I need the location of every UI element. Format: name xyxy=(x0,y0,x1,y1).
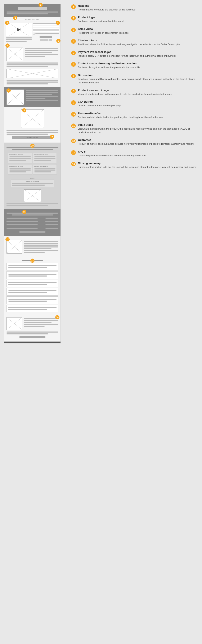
annotation-title-7: Bio section xyxy=(78,74,198,77)
annotation-title-11: Value Stack xyxy=(78,123,198,126)
annotation-desc-12: Product or money-back guarantee detailed… xyxy=(78,142,194,146)
wf-feature-3: MODULE TOPIC HEADLINE xyxy=(8,164,32,174)
annotation-title-3: Sales video xyxy=(78,28,128,30)
badge-11: 11 xyxy=(22,210,26,214)
annotation-badge-13: 13 xyxy=(71,150,76,155)
annotation-badge-12: 12 xyxy=(71,138,76,143)
wf-problem-img-2 xyxy=(7,69,58,78)
annotation-badge-10: 10 xyxy=(71,112,76,117)
badge-12: 12 xyxy=(6,237,10,242)
wf-feature-bonus: MODULE TOPIC HEADLINE xyxy=(11,179,54,188)
annotation-desc-4: Positioned above the fold for impact and… xyxy=(78,43,181,46)
annotation-text-12: Guarantee Product or money-back guarante… xyxy=(78,138,194,146)
badge-3: 3 xyxy=(5,21,9,25)
annotation-desc-2: For brand awareness throughout the funne… xyxy=(78,20,124,23)
annotation-title-10: Features/Benefits xyxy=(78,112,163,115)
annotation-badge-7: 7 xyxy=(71,74,76,78)
annotation-badge-2: 2 xyxy=(71,16,76,20)
wf-feature-img xyxy=(24,189,41,202)
annotation-desc-6: Sections of copy that address the proble… xyxy=(78,66,140,69)
badge-8: 8 xyxy=(22,108,26,112)
annotation-text-10: Features/Benefits Section to detail what… xyxy=(78,112,163,119)
annotation-item-9: 9 CTA Button Links to checkout form at t… xyxy=(71,100,198,108)
annotation-badge-11: 11 xyxy=(71,124,76,128)
annotation-desc-9: Links to checkout form at the top of pag… xyxy=(78,104,121,108)
annotation-text-3: Sales video Presenting key pieces of con… xyxy=(78,28,128,35)
wf-form-field-3 xyxy=(33,28,59,30)
annotation-desc-1: Premium area to capture the attention of… xyxy=(78,8,135,12)
wf-cta-btn-2: COMPLETE PURCHASE xyxy=(12,136,53,139)
annotation-item-3: 3 Sales video Presenting key pieces of c… xyxy=(71,28,198,35)
annotation-item-8: 8 Product mock-up image Visual of what's… xyxy=(71,89,198,96)
annotation-item-10: 10 Features/Benefits Section to detail w… xyxy=(71,112,198,119)
wf-faq-3 xyxy=(7,280,58,287)
annotation-badge-5: 5 xyxy=(71,50,76,55)
annotation-item-13: 13 FAQ's Common questions asked shown he… xyxy=(71,150,198,158)
annotation-title-13: FAQ's xyxy=(78,150,146,153)
annotation-item-11: 11 Value Stack List what's included with… xyxy=(71,123,198,134)
wf-payment-logo-2 xyxy=(44,39,48,41)
annotation-item-12: 12 Guarantee Product or money-back guara… xyxy=(71,138,198,146)
annotation-badge-9: 9 xyxy=(71,100,76,105)
annotation-desc-14: Purpose of this section is to get the us… xyxy=(78,165,196,169)
wf-cta-btn-1 xyxy=(40,36,53,38)
annotation-title-1: Headline xyxy=(78,4,135,7)
annotation-text-14: Closing summary Purpose of this section … xyxy=(78,162,196,169)
wf-payment-logo-1 xyxy=(40,39,44,41)
wf-final-cta-btn xyxy=(20,336,45,338)
annotation-desc-3: Presenting key pieces of content from th… xyxy=(78,31,128,35)
annotation-badge-8: 8 xyxy=(71,89,76,94)
annotation-title-2: Product logo xyxy=(78,16,124,19)
wf-faq-1 xyxy=(7,263,58,270)
annotation-item-14: 14 Closing summary Purpose of this secti… xyxy=(71,162,198,169)
annotation-text-1: Headline Premium area to capture the att… xyxy=(78,4,135,12)
annotation-text-5: Payment Processor logos Included below C… xyxy=(78,50,175,58)
wf-cta-btn-3 xyxy=(20,231,45,233)
wf-headline xyxy=(18,7,47,10)
wf-problem-img xyxy=(7,47,23,61)
annotation-item-5: 5 Payment Processor logos Included below… xyxy=(71,50,198,58)
annotation-text-7: Bio section Introduce Byron and Bianca w… xyxy=(78,74,198,85)
annotation-badge-6: 6 xyxy=(71,62,76,67)
wf-form-field-4 xyxy=(33,30,59,32)
annotation-text-11: Value Stack List what's included within … xyxy=(78,123,198,134)
wf-faq-5 xyxy=(7,296,58,304)
badge-10: 10 xyxy=(30,144,35,148)
wf-faq-6 xyxy=(7,305,58,312)
annotation-title-12: Guarantee xyxy=(78,138,194,142)
annotation-badge-4: 4 xyxy=(71,39,76,44)
badge-9: 9 xyxy=(50,134,54,139)
annotation-desc-11: List what's included within the product,… xyxy=(78,127,198,134)
annotation-text-8: Product mock-up image Visual of what's i… xyxy=(78,89,172,96)
annotation-text-6: Content area addressing the Problem sect… xyxy=(78,62,140,69)
badge-13: 13 xyxy=(30,258,35,263)
annotation-badge-14: 14 xyxy=(71,162,76,166)
wf-video xyxy=(6,23,32,36)
annotation-title-4: Checkout form xyxy=(78,39,181,42)
badge-1: 1 xyxy=(39,3,43,7)
annotation-badge-1: 1 xyxy=(71,4,76,9)
annotation-title-9: CTA Button xyxy=(78,100,121,103)
wf-feature-2: MODULE TOPIC HEADLINE xyxy=(33,153,57,163)
annotation-desc-10: Section to detail what's inside the prod… xyxy=(78,116,163,119)
wireframe-page: 1 2 PRODUCT LOGO 3 xyxy=(4,4,61,344)
wf-form-field-1 xyxy=(33,24,59,25)
wf-closing-img xyxy=(7,317,22,330)
annotations-panel: 1 Headline Premium area to capture the a… xyxy=(65,0,202,644)
annotation-title-14: Closing summary xyxy=(78,162,196,165)
badge-14: 14 xyxy=(55,315,60,320)
annotation-item-4: 4 Checkout form Positioned above the fol… xyxy=(71,39,198,46)
annotation-desc-7: Introduce Byron and Bianca with photo. C… xyxy=(78,77,198,85)
annotation-desc-5: Included below CTA button on checkout fo… xyxy=(78,54,175,58)
badge-7: 7 xyxy=(7,88,11,92)
annotation-text-4: Checkout form Positioned above the fold … xyxy=(78,39,181,46)
badge-6: 6 xyxy=(6,44,10,48)
wf-faq-2 xyxy=(7,271,58,279)
annotation-title-6: Content area addressing the Problem sect… xyxy=(78,62,140,65)
annotation-item-6: 6 Content area addressing the Problem se… xyxy=(71,62,198,69)
wf-faq-4 xyxy=(7,288,58,296)
wf-payment-logo-3 xyxy=(49,39,52,41)
wf-bonus-label: BONUS xyxy=(7,178,58,179)
play-icon xyxy=(17,28,21,31)
badge-5: 5 xyxy=(56,39,61,43)
